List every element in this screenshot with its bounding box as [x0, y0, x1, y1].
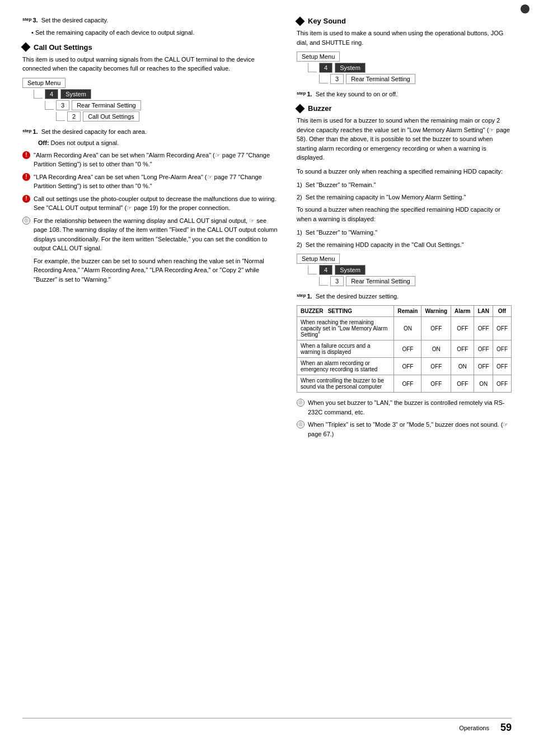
num1-2-label: 2)	[297, 193, 302, 202]
step1-off-line: Off: Does not output a signal.	[38, 139, 280, 146]
right-step1-label: step	[297, 91, 306, 96]
note-text1-cont: For example, the buzzer can be set to so…	[34, 256, 280, 284]
step1-off-text: Does not output a signal.	[51, 139, 119, 146]
buzzer-body3: To sound a buzzer when reaching the spec…	[297, 205, 512, 223]
cell-off: OFF	[493, 358, 512, 375]
diag3-num1: 4	[319, 265, 332, 275]
diag3-level1: 4 System	[308, 265, 512, 275]
left-step1-line: step 1. Set the desired capacity for eac…	[22, 128, 280, 135]
page-number: 59	[500, 722, 512, 734]
two-column-layout: step 3. Set the desired capacity. • Set …	[22, 17, 512, 707]
keysound-title: Key Sound	[308, 17, 346, 25]
warn-text1: "Alarm Recording Area" can be set when "…	[34, 151, 280, 169]
diag1-num3: 2	[67, 111, 81, 122]
diag2-label1: System	[335, 63, 366, 73]
diag3-num2: 3	[330, 276, 344, 286]
cell-alarm: OFF	[451, 317, 474, 340]
left-column: step 3. Set the desired capacity. • Set …	[22, 17, 280, 707]
diag1-label2: Rear Terminal Setting	[72, 100, 141, 110]
left-step1-label: step	[22, 128, 31, 133]
warn-icon1: !	[22, 151, 30, 159]
cell-alarm: OFF	[451, 375, 474, 393]
diag1-setup-menu: Setup Menu	[22, 78, 65, 88]
cell-off: OFF	[493, 375, 512, 393]
table-header-row: BUZZER SETTING Remain Warning Alarm LAN …	[297, 306, 512, 317]
num1-item2: 2) Set the remaining capacity in "Low Me…	[297, 193, 512, 202]
callout-title: Call Out Settings	[34, 43, 92, 52]
step3-sub: • Set the remaining capacity of each dev…	[31, 28, 280, 38]
buzzer-table: BUZZER SETTING Remain Warning Alarm LAN …	[297, 305, 512, 393]
num2-2-text: Set the remaining HDD capacity in the "C…	[306, 240, 464, 250]
diagram2: Setup Menu 4 System 3 Rear Terminal Sett…	[297, 52, 512, 84]
step3-label: step	[22, 17, 31, 22]
col-buzzer: BUZZER SETTING	[297, 306, 394, 317]
buzzer-body2: To sound a buzzer only when reaching a s…	[297, 167, 512, 176]
cell-warning: OFF	[421, 317, 451, 340]
cell-remain: ON	[394, 317, 421, 340]
page: step 3. Set the desired capacity. • Set …	[0, 0, 534, 756]
cell-off: OFF	[493, 317, 512, 340]
diag2-setup-menu: Setup Menu	[297, 52, 340, 62]
cell-description: When an alarm recording or emergency rec…	[297, 358, 394, 375]
cell-description: When reaching the remaining capacity set…	[297, 317, 394, 340]
warn-item2: ! "LPA Recording Area" can be set when "…	[22, 172, 280, 191]
keysound-heading: Key Sound	[297, 17, 512, 25]
warn-text2: "LPA Recording Area" can be set when "Lo…	[34, 172, 280, 191]
num1-1-label: 1)	[297, 180, 302, 190]
step3-line: step 3. Set the desired capacity.	[22, 17, 280, 24]
note-text1: For the relationship between the warning…	[34, 216, 280, 253]
diagram1: Setup Menu 4 System 3 Rear Terminal Sett…	[22, 78, 280, 122]
cell-warning: OFF	[421, 375, 451, 393]
note-item2: ◎ When you set buzzer to "LAN," the buzz…	[297, 398, 512, 417]
warn-item1: ! "Alarm Recording Area" can be set when…	[22, 151, 280, 169]
num2-item1: 1) Set "Buzzer" to "Warning."	[297, 228, 512, 237]
cell-alarm: OFF	[451, 340, 474, 358]
step3-sub-text: • Set the remaining capacity of each dev…	[31, 28, 194, 38]
diag2-top: Setup Menu	[297, 52, 512, 62]
num2-2-label: 2)	[297, 240, 302, 250]
table-row: When controlling the buzzer to be sound …	[297, 375, 512, 393]
right-step1-text: Set the key sound to on or off.	[316, 91, 398, 97]
diag3-connector2	[319, 277, 328, 286]
diag1-top: Setup Menu	[22, 78, 280, 88]
diag2-num2: 3	[330, 74, 344, 84]
note-item3: ◎ When "Triplex" is set to "Mode 3" or "…	[297, 420, 512, 438]
diag2-connector1	[308, 63, 317, 72]
right-column: Key Sound This item is used to make a so…	[297, 17, 512, 707]
note-text3: When "Triplex" is set to "Mode 3" or "Mo…	[308, 420, 512, 438]
diag3-connector1	[308, 265, 317, 274]
col-alarm: Alarm	[451, 306, 474, 317]
cell-remain: OFF	[394, 340, 421, 358]
warn-item3: ! Call out settings use the photo-couple…	[22, 194, 280, 213]
right-step2-label: step	[297, 293, 306, 298]
diamond-icon	[21, 43, 31, 52]
warn-text3: Call out settings use the photo-coupler …	[34, 194, 280, 213]
cell-lan: ON	[474, 375, 493, 393]
keysound-body: This item is used to make a sound when u…	[297, 29, 512, 47]
num2-item2: 2) Set the remaining HDD capacity in the…	[297, 240, 512, 250]
diag3-setup-menu: Setup Menu	[297, 254, 340, 264]
buzzer-title: Buzzer	[308, 104, 332, 113]
diag1-level1: 4 System	[34, 89, 280, 99]
note-item1: ◎ For the relationship between the warni…	[22, 216, 280, 253]
col-off: Off	[493, 306, 512, 317]
note-text2: When you set buzzer to "LAN," the buzzer…	[308, 398, 512, 417]
cell-warning: OFF	[421, 358, 451, 375]
cell-remain: OFF	[394, 375, 421, 393]
diag1-level3: 2 Call Out Settings	[56, 111, 280, 122]
num1-2-text: Set the remaining capacity in "Low Memor…	[306, 193, 466, 202]
right-step2-text: Set the desired buzzer setting.	[316, 293, 399, 300]
diag2-num1: 4	[319, 63, 332, 73]
num2-1-label: 1)	[297, 228, 302, 237]
right-step1-line: step 1. Set the key sound to on or off.	[297, 91, 512, 97]
cell-alarm: ON	[451, 358, 474, 375]
diamond-icon3	[296, 104, 305, 113]
note-icon3: ◎	[297, 421, 305, 428]
table-body: When reaching the remaining capacity set…	[297, 317, 512, 393]
corner-mark	[521, 4, 530, 13]
diag1-label3: Call Out Settings	[83, 111, 139, 122]
col-lan: LAN	[474, 306, 493, 317]
step1-off-label: Off:	[38, 139, 49, 146]
callout-body: This item is used to output warning sign…	[22, 55, 280, 73]
diamond-icon2	[296, 16, 305, 26]
